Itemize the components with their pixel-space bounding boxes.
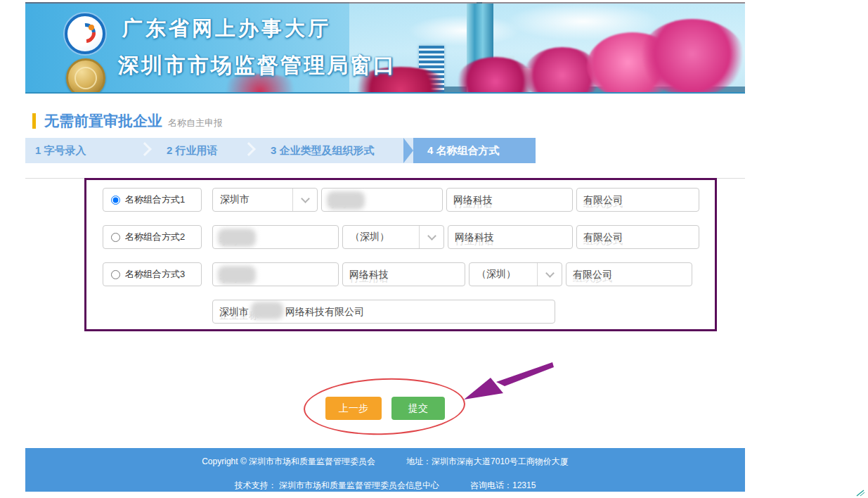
- combo2-radio-option[interactable]: 名称组合方式2: [103, 225, 202, 249]
- combo-row-1: 名称组合方式1 深圳市 字号 行业用语 网络科技 组织形式 有限公司: [103, 188, 715, 212]
- full-name-preview-row: 企业全称 深圳市网络科技有限公司: [212, 300, 715, 324]
- footer-copyright: Copyright © 深圳市市场和质量监督管理委员会: [202, 456, 375, 468]
- industry-input[interactable]: 行业用语 网络科技: [342, 262, 465, 286]
- trade-name-input[interactable]: 字号: [321, 188, 443, 212]
- site-banner: 广东省网上办事大厅 深圳市市场监督管理局窗口: [25, 2, 745, 94]
- combo-row-3: 名称组合方式3 字号 行业用语 网络科技 （深圳） 组织形式 有限公司: [103, 262, 715, 286]
- org-form-input[interactable]: 组织形式 有限公司: [576, 225, 699, 249]
- gold-badge-icon: [66, 58, 105, 94]
- combo2-radio[interactable]: [111, 233, 120, 242]
- submit-button[interactable]: 提交: [391, 397, 445, 420]
- redacted-blur: [218, 229, 256, 247]
- page-footer: Copyright © 深圳市市场和质量监督管理委员会 地址：深圳市深南大道70…: [25, 448, 745, 492]
- page-title-row: 无需前置审批企业 名称自主申报: [32, 111, 745, 131]
- org-form-input[interactable]: 组织形式 有限公司: [576, 188, 699, 212]
- banner-title-line2: 深圳市市场监督管理局窗口: [118, 51, 396, 80]
- page: 广东省网上办事大厅 深圳市市场监督管理局窗口 无需前置审批企业 名称自主申报 1…: [0, 0, 868, 498]
- footer-support: 技术支持： 深圳市市场和质量监督管理委员会信息中心: [235, 480, 439, 492]
- chevron-down-icon: [427, 231, 436, 241]
- banner-title-line1: 广东省网上办事大厅: [122, 15, 331, 43]
- combo1-radio-option[interactable]: 名称组合方式1: [103, 188, 202, 212]
- org-form-input[interactable]: 组织形式 有限公司: [566, 262, 692, 286]
- trade-name-input[interactable]: 字号: [212, 262, 339, 286]
- tab-step-2[interactable]: 2 行业用语: [157, 138, 261, 163]
- tab-step-1[interactable]: 1 字号录入: [25, 138, 157, 163]
- region-select[interactable]: （深圳）: [342, 225, 444, 249]
- chevron-down-icon: [301, 194, 310, 203]
- full-name-preview-input[interactable]: 企业全称 深圳市网络科技有限公司: [212, 300, 555, 324]
- region-select[interactable]: 深圳市: [212, 188, 318, 212]
- redacted-blur: [327, 191, 365, 210]
- actions-area: 上一步 提交: [25, 331, 745, 448]
- page-title: 无需前置审批企业: [44, 111, 162, 131]
- chevron-separator-icon: [138, 142, 152, 156]
- region-select[interactable]: （深圳）: [469, 262, 562, 286]
- tab-step-4-active[interactable]: 4 名称组合方式: [413, 138, 536, 163]
- combo1-radio[interactable]: [111, 196, 120, 205]
- footer-hotline: 咨询电话：12315: [470, 480, 536, 492]
- footer-address: 地址：深圳市深南大道7010号工商物价大厦: [406, 456, 569, 468]
- cloud: [408, 15, 520, 46]
- corner-resize-mark: [855, 490, 865, 497]
- flower: [640, 19, 745, 94]
- tab-step-3[interactable]: 3 企业类型及组织形式: [261, 138, 403, 163]
- combo-row-2: 名称组合方式2 字号 （深圳） 行业用语 网络科技 组织形式 有限公司: [103, 225, 715, 249]
- page-subtitle: 名称自主申报: [168, 113, 223, 129]
- banner-top-edge: [25, 2, 745, 4]
- redacted-blur: [251, 302, 283, 319]
- redacted-blur: [218, 266, 256, 284]
- chevron-down-icon: [545, 269, 555, 278]
- industry-input[interactable]: 行业用语 网络科技: [446, 188, 573, 212]
- previous-step-button[interactable]: 上一步: [325, 397, 382, 420]
- chevron-separator-icon: [242, 142, 256, 156]
- combo3-radio-option[interactable]: 名称组合方式3: [103, 262, 202, 286]
- name-combination-form: 名称组合方式1 深圳市 字号 行业用语 网络科技 组织形式 有限公司: [84, 178, 717, 331]
- industry-input[interactable]: 行业用语 网络科技: [448, 225, 573, 249]
- gold-accent-bar: [32, 113, 36, 129]
- combo3-radio[interactable]: [111, 270, 120, 279]
- trade-name-input[interactable]: 字号: [212, 225, 339, 249]
- step-tabs: 1 字号录入 2 行业用语 3 企业类型及组织形式 4 名称组合方式: [25, 138, 536, 163]
- gd-portal-logo-icon: [65, 13, 105, 54]
